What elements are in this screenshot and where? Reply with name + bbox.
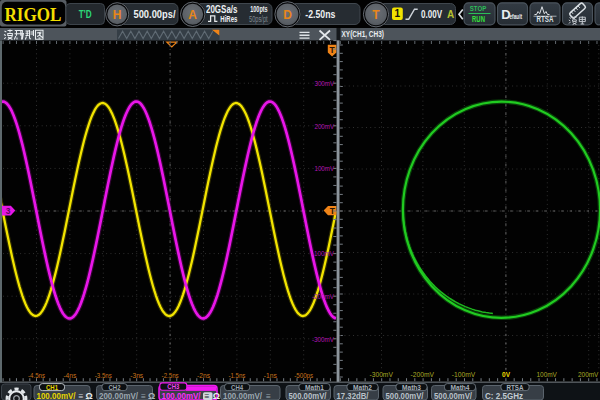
svg-text:XY(CH1, CH3): XY(CH1, CH3) [342,28,385,39]
svg-text:Ω: Ω [86,391,93,400]
svg-text:T: T [372,8,380,22]
svg-text:-500ps: -500ps [294,371,313,380]
svg-text:≡: ≡ [79,391,84,400]
svg-text:500.00ps/: 500.00ps/ [134,8,176,20]
svg-text:-1.5ns: -1.5ns [228,371,245,380]
svg-text:RUN: RUN [472,14,485,24]
svg-text:-1ns: -1ns [264,371,277,380]
svg-text:-300mV: -300mV [370,370,394,379]
svg-text:RIGOL: RIGOL [5,4,62,25]
svg-text:≡: ≡ [266,391,271,400]
svg-text:100mV: 100mV [537,370,558,379]
svg-text:≡: ≡ [205,391,210,400]
svg-text:STOP: STOP [470,4,487,13]
svg-text:200mV: 200mV [578,370,599,379]
svg-text:300mV: 300mV [315,79,335,88]
svg-text:50ps/pt: 50ps/pt [249,14,268,24]
svg-text:-300mV: -300mV [312,335,335,344]
svg-text:1: 1 [395,8,401,19]
svg-text:20GSa/s: 20GSa/s [206,4,238,15]
svg-text:-4ns: -4ns [63,371,76,380]
svg-text:100.00mV/: 100.00mV/ [162,390,201,400]
svg-text:100.00mV/: 100.00mV/ [223,390,262,400]
svg-text:H: H [113,8,122,22]
svg-text:≡: ≡ [141,391,146,400]
svg-text:-3.5ns: -3.5ns [95,371,112,380]
svg-text:0V: 0V [502,370,511,379]
svg-text:-2.5ns: -2.5ns [162,371,179,380]
svg-text:-100mV: -100mV [452,370,476,379]
svg-text:A: A [188,8,197,22]
svg-text:100mV: 100mV [315,164,335,173]
svg-text:-2.50ns: -2.50ns [305,8,335,20]
svg-text:100pts: 100pts [250,4,268,14]
svg-text:3: 3 [6,206,11,216]
svg-text:200mV: 200mV [315,122,335,131]
svg-text:-4.5ns: -4.5ns [28,371,45,380]
svg-text:T'D: T'D [79,8,92,20]
svg-text:17.32dB/: 17.32dB/ [337,390,369,400]
svg-text:100.00mV/: 100.00mV/ [37,390,76,400]
svg-text:Ω: Ω [213,391,220,400]
svg-text:0.00V: 0.00V [421,9,442,20]
svg-text:500.00mV/: 500.00mV/ [434,390,472,400]
svg-text:-3ns: -3ns [130,371,143,380]
svg-text:C: 2.5GHz: C: 2.5GHz [485,390,523,400]
svg-text:A: A [447,9,454,20]
svg-text:-100mV: -100mV [312,249,335,258]
svg-text:200.00mV/: 200.00mV/ [99,390,138,400]
svg-text:efault: efault [510,12,523,21]
svg-text:Ω: Ω [148,391,155,400]
svg-text:HiRes: HiRes [220,14,237,24]
svg-text:-200mV: -200mV [411,370,435,379]
svg-text:500.00mV/: 500.00mV/ [289,390,327,400]
svg-text:D: D [283,8,292,22]
svg-text:-2ns: -2ns [197,371,210,380]
svg-text:500.00mV/: 500.00mV/ [386,390,424,400]
svg-text:T: T [329,45,335,55]
svg-text:-200mV: -200mV [312,292,335,301]
